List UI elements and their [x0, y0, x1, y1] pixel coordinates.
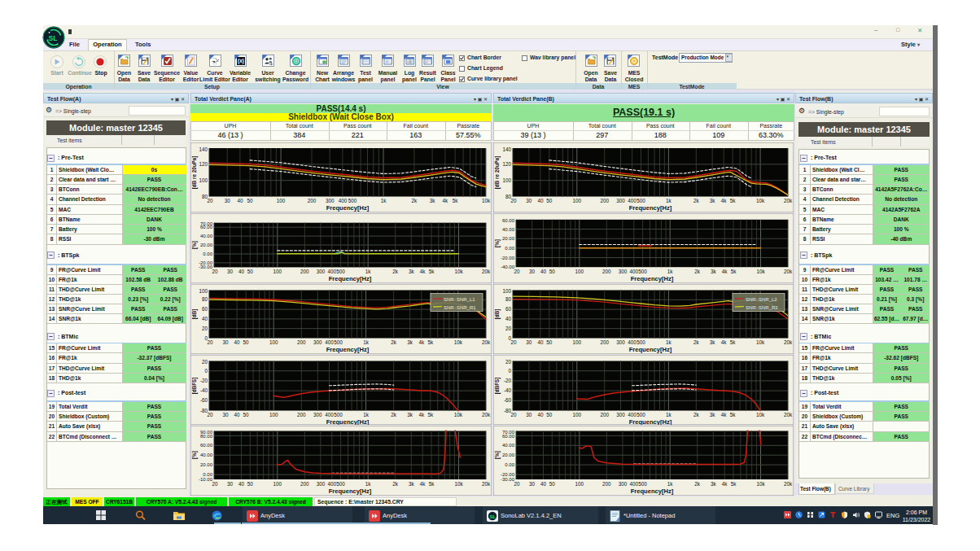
svg-text:40: 40 [234, 412, 241, 418]
svg-text:40: 40 [237, 198, 243, 203]
svg-text:300: 300 [317, 269, 326, 274]
svg-text:Frequency[Hz]: Frequency[Hz] [329, 488, 372, 495]
svg-text:500: 500 [336, 481, 345, 487]
svg-text:30: 30 [526, 198, 532, 203]
svg-text:20k: 20k [784, 269, 793, 274]
svg-text:-60: -60 [200, 397, 208, 403]
svg-text:50: 50 [549, 481, 556, 487]
svg-text:10k: 10k [454, 339, 463, 345]
svg-text:10k: 10k [454, 481, 463, 487]
svg-text:SNR::SNR_R1: SNR::SNR_R1 [444, 305, 476, 310]
svg-text:4k: 4k [443, 198, 449, 203]
svg-text:50: 50 [546, 339, 553, 345]
svg-text:[%]: [%] [191, 451, 198, 459]
svg-text:10k: 10k [756, 481, 765, 487]
svg-text:4k: 4k [721, 412, 728, 418]
svg-text:0.00: 0.00 [505, 246, 514, 251]
svg-text:300: 300 [326, 198, 335, 203]
svg-text:20k: 20k [482, 412, 491, 418]
svg-text:1k: 1k [666, 339, 672, 345]
svg-text:Frequency[Hz]: Frequency[Hz] [326, 418, 370, 425]
svg-text:20: 20 [212, 481, 218, 487]
svg-text:20.00: 20.00 [200, 243, 213, 247]
svg-text:-40.00: -40.00 [501, 265, 515, 269]
svg-text:80.00: 80.00 [200, 434, 213, 439]
svg-text:20: 20 [202, 359, 208, 365]
svg-text:20: 20 [510, 412, 517, 418]
svg-text:[%]: [%] [494, 451, 501, 459]
svg-text:1k: 1k [365, 481, 372, 487]
svg-text:Frequency[Hz]: Frequency[Hz] [631, 275, 674, 282]
svg-text:1k: 1k [363, 412, 370, 418]
svg-text:40: 40 [537, 339, 544, 345]
svg-text:20: 20 [505, 359, 512, 365]
svg-text:400: 400 [328, 481, 337, 487]
svg-text:2k: 2k [694, 269, 701, 274]
svg-text:3k: 3k [711, 481, 717, 487]
svg-text:-20: -20 [504, 378, 512, 383]
svg-text:40.00: 40.00 [200, 234, 213, 238]
svg-text:200: 200 [602, 269, 611, 274]
svg-text:40: 40 [234, 339, 241, 345]
svg-text:10k: 10k [454, 269, 463, 274]
svg-text:3k: 3k [710, 198, 716, 203]
svg-text:3k: 3k [710, 339, 716, 345]
svg-text:[dBFS]: [dBFS] [191, 378, 198, 395]
svg-text:20k: 20k [482, 481, 491, 487]
svg-text:2k: 2k [391, 339, 397, 345]
svg-text:60: 60 [202, 306, 208, 312]
svg-text:100: 100 [575, 269, 584, 274]
svg-text:3k: 3k [407, 339, 413, 345]
svg-text:5k: 5k [731, 269, 737, 274]
svg-text:80: 80 [202, 296, 208, 302]
svg-text:100: 100 [277, 198, 286, 203]
svg-text:-60: -60 [504, 397, 512, 403]
svg-text:200: 200 [300, 481, 309, 487]
svg-text:[dB re 20uPa]: [dB re 20uPa] [494, 156, 501, 190]
svg-text:400: 400 [628, 198, 637, 203]
svg-text:300: 300 [313, 412, 322, 418]
svg-text:[dB]: [dB] [494, 309, 501, 320]
svg-text:1k: 1k [381, 198, 387, 203]
svg-text:100: 100 [273, 481, 282, 487]
svg-text:30: 30 [529, 269, 536, 274]
svg-text:500: 500 [637, 339, 645, 345]
svg-text:100: 100 [269, 412, 278, 418]
svg-text:3k: 3k [430, 198, 436, 203]
svg-text:400: 400 [339, 198, 348, 203]
svg-text:-20: -20 [200, 378, 208, 383]
svg-text:40: 40 [537, 412, 544, 418]
svg-text:100: 100 [269, 339, 278, 345]
svg-text:0: 0 [508, 368, 511, 374]
svg-text:120: 120 [199, 161, 208, 167]
svg-text:400: 400 [630, 269, 639, 274]
svg-text:300: 300 [619, 481, 628, 487]
svg-text:100: 100 [273, 269, 282, 274]
svg-text:-20.00: -20.00 [501, 256, 515, 260]
svg-text:400: 400 [630, 481, 639, 487]
svg-text:10k: 10k [756, 412, 765, 418]
svg-text:SL: SL [49, 34, 58, 42]
svg-text:Frequency[Hz]: Frequency[Hz] [629, 418, 672, 425]
svg-text:-10.00: -10.00 [199, 477, 213, 482]
svg-text:300: 300 [616, 412, 625, 418]
svg-text:2k: 2k [392, 269, 399, 274]
svg-text:30: 30 [526, 339, 532, 345]
svg-text:5k: 5k [453, 198, 459, 203]
svg-text:100: 100 [573, 412, 582, 418]
svg-text:60.00: 60.00 [502, 434, 515, 439]
svg-text:60.00: 60.00 [200, 225, 213, 230]
svg-text:4k: 4k [420, 269, 427, 274]
svg-text:[dB]: [dB] [191, 309, 198, 320]
svg-text:20: 20 [207, 339, 213, 345]
svg-text:30: 30 [227, 481, 234, 487]
svg-text:140: 140 [199, 146, 208, 152]
svg-text:500: 500 [336, 269, 345, 274]
svg-text:SL: SL [490, 514, 497, 518]
svg-text:10k: 10k [482, 198, 491, 203]
svg-text:40: 40 [540, 269, 547, 274]
svg-text:Frequency[Hz]: Frequency[Hz] [629, 346, 672, 353]
svg-text:400: 400 [628, 339, 637, 345]
svg-text:500: 500 [638, 269, 647, 274]
svg-text:0: 0 [204, 368, 208, 374]
